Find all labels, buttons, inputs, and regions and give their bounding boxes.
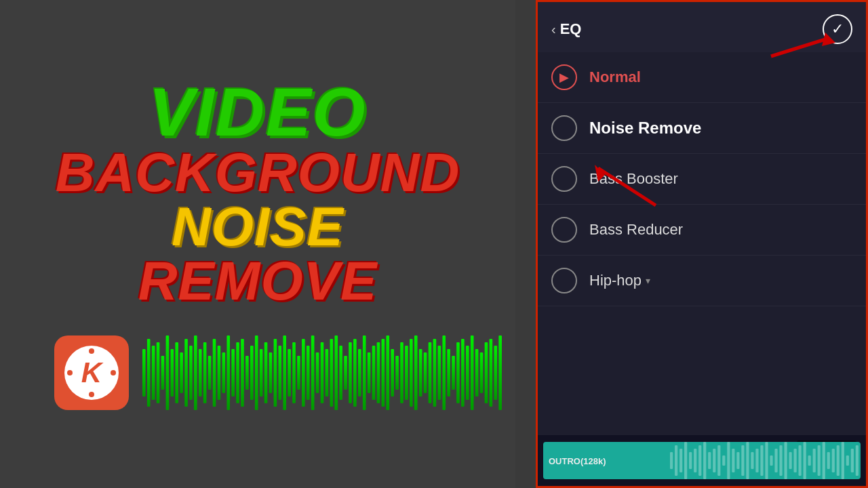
svg-rect-83 bbox=[679, 449, 682, 472]
eq-label-bass-booster: Bass Booster bbox=[589, 170, 678, 188]
eq-item-normal[interactable]: ▶ Normal bbox=[538, 52, 866, 103]
svg-rect-10 bbox=[170, 349, 174, 396]
svg-rect-51 bbox=[363, 336, 366, 410]
eq-title: EQ bbox=[560, 20, 582, 38]
eq-back-button[interactable]: ‹ EQ bbox=[551, 20, 581, 38]
svg-rect-78 bbox=[490, 339, 493, 407]
svg-rect-55 bbox=[382, 339, 385, 407]
svg-rect-53 bbox=[372, 346, 376, 400]
eq-item-hiphop[interactable]: Hip-hop ▾ bbox=[538, 256, 866, 306]
back-arrow-icon: ‹ bbox=[551, 22, 556, 37]
svg-rect-92 bbox=[722, 455, 725, 466]
svg-rect-57 bbox=[391, 349, 394, 396]
svg-rect-64 bbox=[424, 352, 427, 393]
svg-rect-88 bbox=[703, 442, 706, 479]
svg-rect-47 bbox=[344, 356, 347, 390]
svg-rect-16 bbox=[199, 349, 202, 396]
svg-rect-120 bbox=[856, 445, 859, 476]
radio-noise-remove bbox=[551, 115, 577, 141]
svg-rect-74 bbox=[471, 336, 474, 410]
left-panel: VIDEO BACKGROUND NOISE REMOVE K bbox=[0, 0, 515, 488]
svg-rect-24 bbox=[236, 342, 239, 403]
svg-rect-43 bbox=[326, 349, 329, 396]
svg-rect-39 bbox=[307, 346, 310, 400]
eq-confirm-button[interactable]: ✓ bbox=[823, 14, 852, 44]
svg-rect-36 bbox=[292, 342, 296, 403]
svg-rect-14 bbox=[189, 346, 193, 400]
svg-rect-118 bbox=[846, 455, 849, 466]
svg-rect-19 bbox=[213, 339, 216, 407]
svg-rect-77 bbox=[485, 342, 488, 403]
svg-rect-63 bbox=[419, 349, 422, 396]
radio-bass-booster bbox=[551, 166, 577, 192]
svg-rect-104 bbox=[780, 445, 783, 476]
svg-rect-94 bbox=[732, 449, 734, 472]
svg-rect-20 bbox=[218, 346, 221, 400]
svg-rect-4 bbox=[142, 349, 146, 396]
svg-rect-15 bbox=[194, 336, 197, 410]
svg-point-0 bbox=[89, 348, 94, 354]
eq-item-bass-booster[interactable]: Bass Booster bbox=[538, 154, 866, 205]
chevron-down-icon: ▾ bbox=[646, 275, 650, 286]
radio-normal: ▶ bbox=[551, 64, 577, 90]
svg-rect-37 bbox=[297, 356, 300, 390]
svg-rect-69 bbox=[447, 349, 450, 396]
svg-rect-33 bbox=[278, 346, 281, 400]
svg-rect-7 bbox=[157, 342, 160, 403]
svg-rect-22 bbox=[226, 336, 230, 410]
svg-rect-12 bbox=[180, 352, 183, 393]
svg-point-2 bbox=[89, 392, 94, 397]
svg-rect-96 bbox=[742, 445, 745, 476]
svg-rect-44 bbox=[330, 339, 334, 407]
right-panel: ‹ EQ ✓ ▶ Normal Noise Remove Bass Booste… bbox=[536, 0, 868, 488]
svg-rect-101 bbox=[766, 442, 768, 479]
svg-rect-18 bbox=[208, 356, 212, 390]
eq-list: ▶ Normal Noise Remove Bass Booster Bass … bbox=[538, 52, 866, 435]
track-label: OUTRO(128k) bbox=[549, 455, 606, 466]
svg-rect-9 bbox=[166, 336, 170, 410]
svg-rect-5 bbox=[147, 339, 151, 407]
svg-rect-108 bbox=[799, 445, 802, 476]
svg-rect-17 bbox=[203, 342, 207, 403]
svg-rect-59 bbox=[400, 342, 403, 403]
timeline-track[interactable]: OUTRO(128k) bbox=[543, 442, 861, 479]
svg-rect-85 bbox=[689, 452, 692, 469]
eq-label-bass-reducer: Bass Reducer bbox=[589, 221, 683, 239]
svg-rect-26 bbox=[245, 356, 249, 390]
svg-rect-79 bbox=[494, 346, 497, 400]
timeline-bar: 00:00:04.500 OUTRO(128k) bbox=[538, 435, 866, 486]
svg-rect-32 bbox=[274, 339, 277, 407]
svg-rect-84 bbox=[684, 442, 687, 479]
eq-item-noise-remove[interactable]: Noise Remove bbox=[538, 103, 866, 154]
svg-rect-107 bbox=[794, 449, 797, 472]
svg-rect-40 bbox=[311, 336, 315, 410]
svg-rect-82 bbox=[675, 445, 677, 476]
svg-rect-54 bbox=[377, 342, 380, 403]
svg-rect-11 bbox=[175, 342, 178, 403]
logo-inner: K bbox=[64, 346, 119, 400]
svg-rect-119 bbox=[851, 449, 854, 472]
svg-rect-23 bbox=[231, 349, 235, 396]
svg-rect-50 bbox=[358, 349, 361, 396]
svg-rect-109 bbox=[804, 442, 806, 479]
svg-rect-29 bbox=[260, 349, 263, 396]
svg-rect-46 bbox=[339, 346, 342, 400]
svg-rect-98 bbox=[751, 452, 754, 469]
title-video: VIDEO bbox=[56, 78, 460, 146]
svg-rect-70 bbox=[452, 356, 455, 390]
svg-rect-34 bbox=[283, 336, 286, 410]
svg-rect-31 bbox=[269, 352, 273, 393]
svg-rect-76 bbox=[480, 352, 484, 393]
svg-rect-73 bbox=[466, 346, 469, 400]
svg-rect-80 bbox=[498, 336, 502, 410]
eq-item-bass-reducer[interactable]: Bass Reducer bbox=[538, 205, 866, 256]
svg-rect-97 bbox=[747, 442, 749, 479]
svg-rect-95 bbox=[736, 452, 739, 469]
svg-rect-45 bbox=[334, 336, 338, 410]
svg-rect-65 bbox=[429, 342, 432, 403]
svg-rect-87 bbox=[698, 445, 701, 476]
svg-rect-72 bbox=[461, 339, 465, 407]
eq-label-noise-remove: Noise Remove bbox=[589, 119, 701, 138]
svg-rect-105 bbox=[785, 442, 787, 479]
svg-rect-42 bbox=[321, 342, 324, 403]
